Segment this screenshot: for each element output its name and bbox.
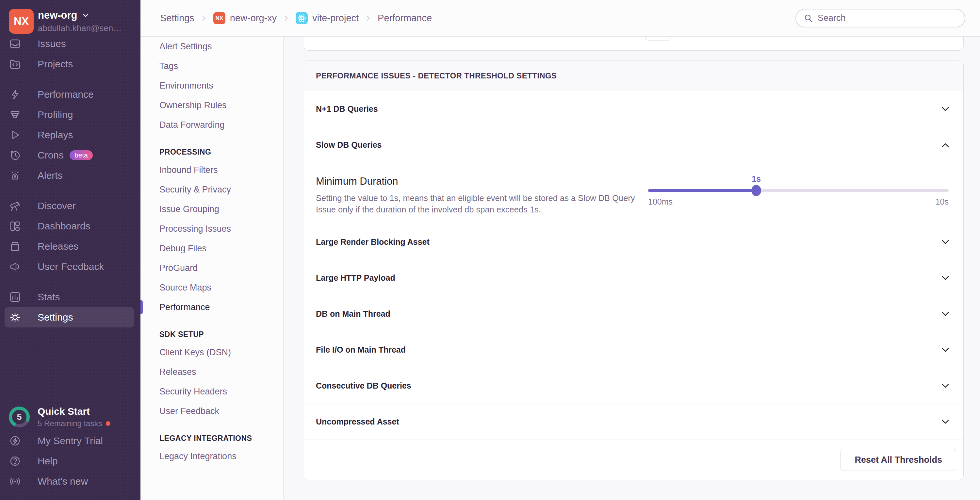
sidebar-item-label: Crons: [38, 150, 64, 161]
sidebar-item[interactable]: User Feedback: [0, 256, 140, 277]
settings-nav-entry[interactable]: SDK SETUP: [140, 330, 283, 339]
slider-value-label: 1s: [752, 174, 761, 184]
dashboards-icon: [9, 220, 21, 232]
whats-new-icon: [9, 475, 21, 487]
breadcrumb-project[interactable]: vite-project: [296, 12, 359, 24]
beta-badge: beta: [70, 150, 93, 160]
org-name: new-org: [38, 10, 78, 21]
sidebar-item-label: Discover: [38, 200, 76, 212]
settings-nav-entry[interactable]: Client Keys (DSN): [140, 342, 283, 362]
settings-nav-entry[interactable]: User Feedback: [140, 401, 283, 421]
org-badge: NX: [213, 12, 225, 24]
setting-label: Minimum Duration: [316, 175, 643, 187]
breadcrumb-settings[interactable]: Settings: [160, 13, 194, 24]
sidebar-footer-item[interactable]: Help: [0, 451, 140, 471]
settings-nav-entry[interactable]: Alert Settings: [140, 37, 283, 56]
settings-nav-entry[interactable]: Releases: [140, 362, 283, 382]
detector-row[interactable]: Uncompressed Asset: [304, 404, 963, 440]
settings-nav-entry[interactable]: Processing Issues: [140, 219, 283, 239]
settings-nav-entry[interactable]: Ownership Rules: [140, 96, 283, 115]
slider-min-label: 100ms: [648, 197, 673, 207]
detector-rows-bottom: Large Render Blocking Asset Large HTTP P…: [304, 224, 963, 440]
sidebar-item[interactable]: Profiling: [0, 105, 140, 125]
sidebar-footer-menu: My Sentry Trial Help What's new: [0, 431, 140, 492]
trial-icon: [9, 435, 21, 447]
replays-icon: [9, 129, 21, 141]
search-box[interactable]: [795, 9, 965, 27]
settings-icon: [9, 311, 21, 323]
detector-row[interactable]: DB on Main Thread: [304, 296, 963, 332]
settings-nav-entry[interactable]: Debug Files: [140, 239, 283, 258]
slow-db-queries-detail: Minimum Duration Setting the value to 1s…: [304, 163, 963, 224]
sidebar-item-label: Settings: [38, 312, 73, 323]
org-switcher[interactable]: NX new-org abdullah.khan@sen…: [9, 9, 134, 33]
sidebar-item[interactable]: Settings: [5, 307, 134, 328]
settings-nav-entry[interactable]: Performance: [140, 298, 283, 317]
reset-all-thresholds-button[interactable]: Reset All Thresholds: [840, 449, 956, 471]
sidebar-footer-item[interactable]: What's new: [0, 471, 140, 492]
sidebar-item-label: Projects: [38, 59, 73, 70]
sidebar-menu: Issues Projects Performance Profiling Re…: [0, 33, 140, 328]
settings-nav-entry[interactable]: PROCESSING: [140, 147, 283, 157]
detector-row[interactable]: File I/O on Main Thread: [304, 332, 963, 368]
help-icon: [9, 455, 21, 467]
chevron-right-icon: [200, 14, 208, 22]
sidebar-item[interactable]: Dashboards: [0, 216, 140, 236]
quick-start-title: Quick Start: [38, 406, 110, 417]
detector-label: Large HTTP Payload: [316, 273, 395, 283]
settings-nav-entry[interactable]: Issue Grouping: [140, 199, 283, 219]
settings-nav-entry[interactable]: Legacy Integrations: [140, 446, 283, 466]
detector-row[interactable]: Large HTTP Payload: [304, 260, 963, 296]
slider-max-label: 10s: [935, 197, 949, 207]
sidebar-item[interactable]: Stats: [0, 287, 140, 307]
chevron-down-icon: [939, 103, 951, 115]
project-settings-nav: Alert SettingsTagsEnvironmentsOwnership …: [140, 37, 283, 500]
breadcrumb-org[interactable]: NX new-org-xy: [213, 12, 277, 24]
settings-nav-entry[interactable]: Data Forwarding: [140, 115, 283, 135]
breadcrumb: Settings NX new-org-xy vite-project Perf…: [140, 12, 432, 24]
settings-nav-entry[interactable]: Source Maps: [140, 278, 283, 298]
sidebar-item-label: User Feedback: [38, 261, 104, 272]
sidebar-item[interactable]: Performance: [0, 84, 140, 105]
sidebar-item-label: Stats: [38, 291, 60, 303]
slider-track[interactable]: [648, 189, 949, 192]
breadcrumb-current-page: Performance: [378, 13, 432, 24]
breadcrumb-project-label: vite-project: [312, 13, 359, 24]
quick-start[interactable]: 5 Quick Start 5 Remaining tasks: [9, 406, 110, 428]
sidebar-footer-item[interactable]: My Sentry Trial: [0, 431, 140, 451]
sidebar-item[interactable]: Crons beta: [0, 145, 140, 166]
sidebar-item-label: Alerts: [38, 170, 63, 181]
performance-icon: [9, 88, 21, 101]
sidebar-item[interactable]: Projects: [0, 54, 140, 74]
slider-thumb[interactable]: [751, 185, 761, 196]
settings-nav-entry[interactable]: Tags: [140, 56, 283, 76]
search-input[interactable]: [818, 13, 958, 23]
detector-row[interactable]: Consecutive DB Queries: [304, 368, 963, 404]
collapsed-toggle-button[interactable]: [645, 37, 671, 41]
sidebar-item[interactable]: Discover: [0, 196, 140, 216]
sidebar-item[interactable]: Alerts: [0, 166, 140, 186]
slider-fill: [648, 189, 756, 192]
panel-title: PERFORMANCE ISSUES - DETECTOR THRESHOLD …: [304, 61, 963, 91]
sidebar-item[interactable]: Replays: [0, 125, 140, 145]
detector-row[interactable]: Large Render Blocking Asset: [304, 224, 963, 260]
sidebar-item-label: Issues: [38, 38, 66, 49]
detector-row[interactable]: N+1 DB Queries: [304, 91, 963, 127]
sidebar-item-label: Profiling: [38, 109, 73, 120]
quick-start-count: 5: [9, 406, 30, 427]
user-feedback-icon: [9, 260, 21, 273]
chevron-down-icon: [939, 344, 951, 356]
breadcrumb-org-label: new-org-xy: [230, 13, 277, 24]
settings-nav-entry[interactable]: ProGuard: [140, 258, 283, 278]
sidebar-item[interactable]: Releases: [0, 236, 140, 256]
settings-nav-entry[interactable]: LEGACY INTEGRATIONS: [140, 433, 283, 443]
settings-nav-entry[interactable]: Inbound Filters: [140, 160, 283, 180]
detector-row-expanded[interactable]: Slow DB Queries: [304, 127, 963, 163]
settings-nav-entry[interactable]: Security & Privacy: [140, 180, 283, 199]
sidebar-item-label: Dashboards: [38, 221, 91, 232]
detector-label: DB on Main Thread: [316, 309, 390, 318]
sidebar-item[interactable]: Issues: [0, 33, 140, 54]
crons-icon: [9, 149, 21, 161]
settings-nav-entry[interactable]: Security Headers: [140, 382, 283, 401]
settings-nav-entry[interactable]: Environments: [140, 76, 283, 96]
